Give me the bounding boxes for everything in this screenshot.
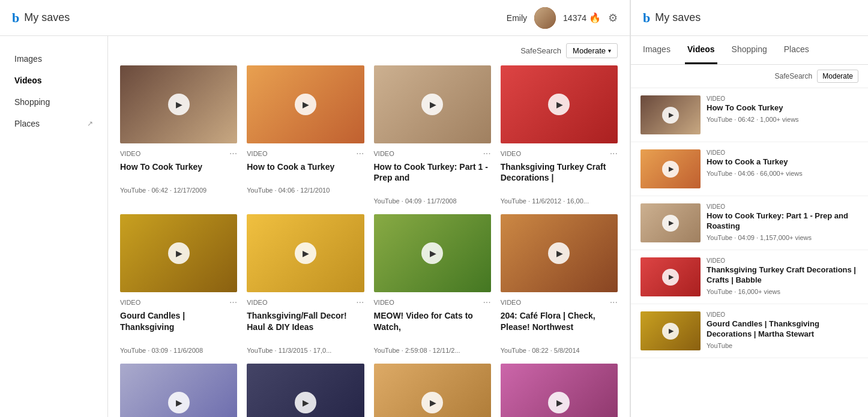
video-meta-4: VIDEO ···: [120, 297, 237, 308]
video-meta-7: VIDEO ···: [501, 297, 618, 308]
video-title-6: MEOW! Video for Cats to Watch,: [374, 310, 491, 332]
play-button-2[interactable]: [421, 94, 443, 115]
bing-logo-icon: b: [12, 10, 19, 26]
video-title-1: How to Cook a Turkey: [247, 161, 364, 172]
more-options-icon-3[interactable]: ···: [610, 148, 618, 159]
video-card-3[interactable]: VIDEO ··· Thanksgiving Turkey Craft Deco…: [501, 65, 618, 205]
right-video-tag-2: VIDEO: [707, 203, 858, 210]
right-page-title: My saves: [655, 11, 701, 24]
right-video-item-0[interactable]: VIDEO How To Cook Turkey YouTube · 06:42…: [631, 88, 868, 142]
right-nav-item-videos[interactable]: Videos: [685, 36, 717, 64]
right-top-bar: b My saves: [631, 0, 868, 36]
page-title: My saves: [24, 11, 70, 24]
right-video-info-3: VIDEO Thanksgiving Turkey Craft Decorati…: [707, 257, 858, 295]
more-options-icon-4[interactable]: ···: [229, 297, 237, 308]
more-options-icon-5[interactable]: ···: [356, 297, 364, 308]
video-card-1[interactable]: VIDEO ··· How to Cook a Turkey YouTube ·…: [247, 65, 364, 205]
more-options-icon-2[interactable]: ···: [483, 148, 490, 159]
right-video-list: VIDEO How To Cook Turkey YouTube · 06:42…: [631, 88, 868, 417]
right-video-tag-1: VIDEO: [707, 149, 858, 156]
video-card-6[interactable]: VIDEO ··· MEOW! Video for Cats to Watch,…: [374, 214, 491, 353]
right-video-info-1: VIDEO How to Cook a Turkey YouTube · 04:…: [707, 149, 858, 177]
sidebar-item-shopping[interactable]: Shopping: [0, 91, 107, 113]
right-nav-item-shopping[interactable]: Shopping: [729, 36, 770, 64]
video-meta-6: VIDEO ···: [374, 297, 491, 308]
safe-search-label: SafeSearch: [520, 46, 561, 55]
right-video-title-3: Thanksgiving Turkey Craft Decorations | …: [707, 265, 858, 286]
video-card-2[interactable]: VIDEO ··· How to Cook Turkey: Part 1 - P…: [374, 65, 491, 205]
video-thumbnail-1: [247, 65, 364, 143]
points-badge: 14374 🔥: [563, 12, 601, 23]
right-play-button-2[interactable]: [662, 215, 679, 232]
right-video-info-0: VIDEO How To Cook Turkey YouTube · 06:42…: [707, 95, 858, 123]
right-video-meta-1: YouTube · 04:06 · 66,000+ views: [707, 170, 858, 177]
video-info-3: YouTube · 11/6/2012 · 16,00...: [501, 197, 618, 205]
video-thumbnail-4: [120, 214, 237, 292]
sidebar-item-places[interactable]: Places ↗: [0, 113, 107, 134]
play-button-0[interactable]: [168, 94, 190, 115]
play-button-7[interactable]: [548, 242, 570, 264]
video-tag-6: VIDEO: [374, 299, 394, 306]
video-tag-5: VIDEO: [247, 299, 267, 306]
more-options-icon-7[interactable]: ···: [610, 297, 618, 308]
right-video-item-3[interactable]: VIDEO Thanksgiving Turkey Craft Decorati…: [631, 250, 868, 304]
right-nav-item-images[interactable]: Images: [640, 36, 673, 64]
right-video-tag-4: VIDEO: [707, 311, 858, 318]
right-video-meta-0: YouTube · 06:42 · 1,000+ views: [707, 116, 858, 123]
right-video-thumbnail-1: [640, 149, 701, 188]
video-title-5: Thanksgiving/Fall Decor! Haul & DIY Idea…: [247, 310, 364, 332]
play-button-9[interactable]: [295, 392, 316, 413]
right-play-button-0[interactable]: [662, 107, 679, 124]
play-button-10[interactable]: [421, 392, 443, 413]
video-info-7: YouTube · 08:22 · 5/8/2014: [501, 347, 618, 354]
video-card-4[interactable]: VIDEO ··· Gourd Candles | Thanksgiving Y…: [120, 214, 237, 353]
video-card-10[interactable]: VIDEO ··· Video 11 YouTube: [374, 364, 491, 417]
video-card-7[interactable]: VIDEO ··· 204: Café Flora | Check, Pleas…: [501, 214, 618, 353]
video-tag-2: VIDEO: [374, 150, 394, 157]
video-info-5: YouTube · 11/3/2015 · 17,0...: [247, 347, 364, 354]
safe-search-button[interactable]: Moderate ▾: [566, 43, 618, 58]
video-card-5[interactable]: VIDEO ··· Thanksgiving/Fall Decor! Haul …: [247, 214, 364, 353]
settings-icon[interactable]: ⚙: [608, 11, 618, 25]
video-card-0[interactable]: VIDEO ··· How To Cook Turkey YouTube · 0…: [120, 65, 237, 205]
play-button-4[interactable]: [168, 242, 190, 264]
play-button-6[interactable]: [421, 242, 443, 264]
more-options-icon-6[interactable]: ···: [483, 297, 490, 308]
right-video-tag-3: VIDEO: [707, 257, 858, 264]
play-button-8[interactable]: [168, 392, 190, 413]
video-card-8[interactable]: VIDEO ··· Video 9 YouTube: [120, 364, 237, 417]
video-info-0: YouTube · 06:42 · 12/17/2009: [120, 187, 237, 194]
sidebar-item-videos[interactable]: Videos: [0, 70, 107, 91]
right-play-button-1[interactable]: [662, 161, 679, 178]
filter-bar: SafeSearch Moderate ▾: [120, 36, 618, 65]
right-video-meta-2: YouTube · 04:09 · 1,157,000+ views: [707, 234, 858, 241]
right-play-button-3[interactable]: [662, 269, 679, 286]
video-card-11[interactable]: VIDEO ··· Video 12 YouTube: [501, 364, 618, 417]
sidebar-item-images[interactable]: Images: [0, 48, 107, 70]
more-options-icon-1[interactable]: ···: [356, 148, 364, 159]
right-safe-search-button[interactable]: Moderate: [817, 70, 858, 83]
play-button-5[interactable]: [295, 242, 316, 264]
right-video-item-1[interactable]: VIDEO How to Cook a Turkey YouTube · 04:…: [631, 142, 868, 196]
video-thumbnail-3: [501, 65, 618, 143]
video-meta-3: VIDEO ···: [501, 148, 618, 159]
video-tag-4: VIDEO: [120, 299, 140, 306]
right-play-button-4[interactable]: [662, 323, 679, 340]
play-button-11[interactable]: [548, 392, 570, 413]
right-video-item-4[interactable]: VIDEO Gourd Candles | Thanksgiving Decor…: [631, 304, 868, 358]
video-title-7: 204: Café Flora | Check, Please! Northwe…: [501, 310, 618, 332]
video-title-3: Thanksgiving Turkey Craft Decorations |: [501, 161, 618, 183]
play-button-1[interactable]: [295, 94, 316, 115]
video-thumbnail-5: [247, 214, 364, 292]
video-card-9[interactable]: VIDEO ··· Video 10 YouTube: [247, 364, 364, 417]
right-video-meta-3: YouTube · 16,000+ views: [707, 288, 858, 295]
video-info-1: YouTube · 04:06 · 12/1/2010: [247, 187, 364, 194]
video-thumbnail-0: [120, 65, 237, 143]
right-nav-item-places[interactable]: Places: [782, 36, 812, 64]
video-info-6: YouTube · 2:59:08 · 12/11/2...: [374, 347, 491, 354]
avatar[interactable]: [534, 7, 556, 29]
play-button-3[interactable]: [548, 94, 570, 115]
more-options-icon-0[interactable]: ···: [229, 148, 237, 159]
sidebar: Images Videos Shopping Places ↗: [0, 36, 108, 417]
right-video-item-2[interactable]: VIDEO How to Cook Turkey: Part 1 - Prep …: [631, 196, 868, 250]
